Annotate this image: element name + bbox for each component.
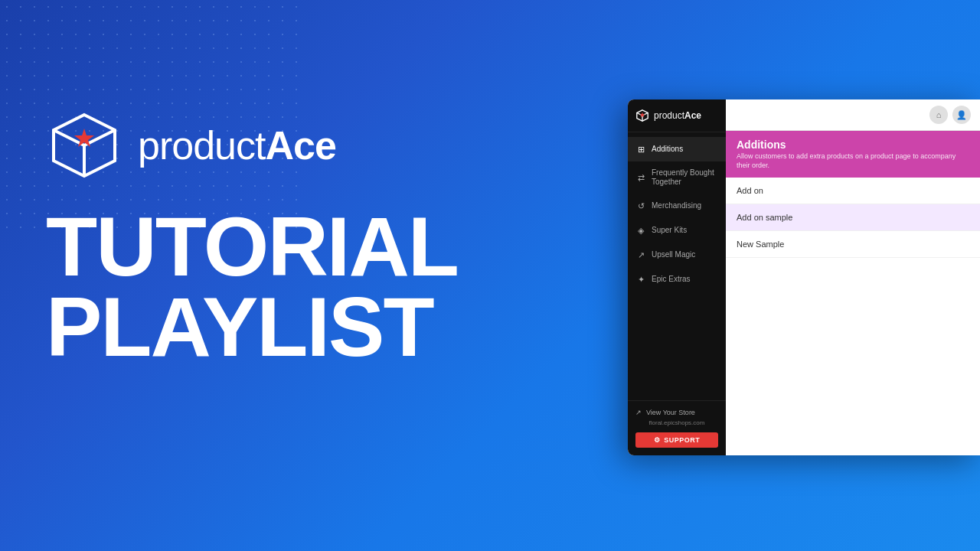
sidebar-item-merchandising[interactable]: ↺ Merchandising: [628, 194, 726, 218]
section-title: Additions: [737, 139, 969, 151]
merchandising-icon: ↺: [635, 201, 646, 211]
section-header: Additions Allow customers to add extra p…: [726, 131, 980, 178]
sidebar-item-epic-extras[interactable]: ✦ Epic Extras: [628, 267, 726, 292]
list-item-add-on-sample[interactable]: Add on sample: [726, 204, 980, 231]
sidebar-label-upsell-magic: Upsell Magic: [652, 250, 695, 259]
sidebar-logo-icon: [635, 109, 649, 122]
logo-box-icon: [46, 107, 122, 184]
topbar-btn-home[interactable]: ⌂: [929, 106, 948, 124]
headline-line2: PLAYLIST: [46, 287, 582, 367]
sidebar-footer: ↗ View Your Store floral.epicshops.com ⚙…: [628, 400, 726, 455]
external-link-icon: ↗: [635, 409, 642, 416]
upsell-magic-icon: ↗: [635, 249, 646, 260]
sidebar-brand: productAce: [654, 110, 701, 121]
sidebar-item-upsell-magic[interactable]: ↗ Upsell Magic: [628, 243, 726, 267]
logo-row: productAce: [46, 107, 582, 184]
sidebar-item-additions[interactable]: ⊞ Additions: [628, 137, 726, 161]
sidebar: productAce ⊞ Additions ⇄ Frequently Boug…: [628, 99, 726, 455]
sidebar-header: productAce: [628, 99, 726, 132]
logo-bold: Ace: [265, 123, 335, 168]
sidebar-item-frequently-bought[interactable]: ⇄ Frequently Bought Together: [628, 161, 726, 194]
sidebar-item-super-kits[interactable]: ◈ Super Kits: [628, 218, 726, 243]
support-button[interactable]: ⚙ SUPPORT: [635, 432, 718, 448]
topbar: ⌂ 👤: [726, 99, 980, 131]
list-item-label: Add on: [737, 186, 763, 195]
section-desc: Allow customers to add extra products on…: [737, 152, 969, 170]
headline: TUTORIAL PLAYLIST: [46, 207, 582, 367]
sidebar-label-epic-extras: Epic Extras: [652, 275, 691, 284]
list-item-label: Add on sample: [737, 213, 792, 222]
sidebar-label-additions: Additions: [652, 145, 683, 154]
app-window: productAce ⊞ Additions ⇄ Frequently Boug…: [628, 99, 980, 455]
headline-line1: TUTORIAL: [46, 207, 582, 287]
list-item-new-sample[interactable]: New Sample: [726, 231, 980, 258]
logo-light: product: [138, 123, 265, 168]
main-content: ⌂ 👤 Additions Allow customers to add ext…: [726, 99, 980, 455]
topbar-btn-user[interactable]: 👤: [952, 106, 971, 124]
super-kits-icon: ◈: [635, 225, 646, 236]
list-item-add-on[interactable]: Add on: [726, 178, 980, 204]
support-label: SUPPORT: [664, 436, 700, 444]
sidebar-label-merchandising: Merchandising: [652, 201, 701, 210]
sidebar-label-super-kits: Super Kits: [652, 226, 687, 235]
store-url: floral.epicshops.com: [635, 419, 718, 426]
left-content: productAce TUTORIAL PLAYLIST: [46, 107, 582, 367]
epic-extras-icon: ✦: [635, 274, 646, 285]
view-store-label: View Your Store: [646, 409, 695, 416]
list-item-label: New Sample: [737, 240, 784, 249]
items-list: Add on Add on sample New Sample: [726, 178, 980, 455]
logo-text: productAce: [138, 122, 336, 168]
sidebar-nav: ⊞ Additions ⇄ Frequently Bought Together…: [628, 132, 726, 400]
sidebar-label-frequently-bought: Frequently Bought Together: [652, 168, 718, 187]
additions-icon: ⊞: [635, 144, 646, 155]
view-store-row[interactable]: ↗ View Your Store: [635, 409, 718, 416]
frequently-bought-icon: ⇄: [635, 172, 646, 183]
support-icon: ⚙: [654, 436, 661, 444]
